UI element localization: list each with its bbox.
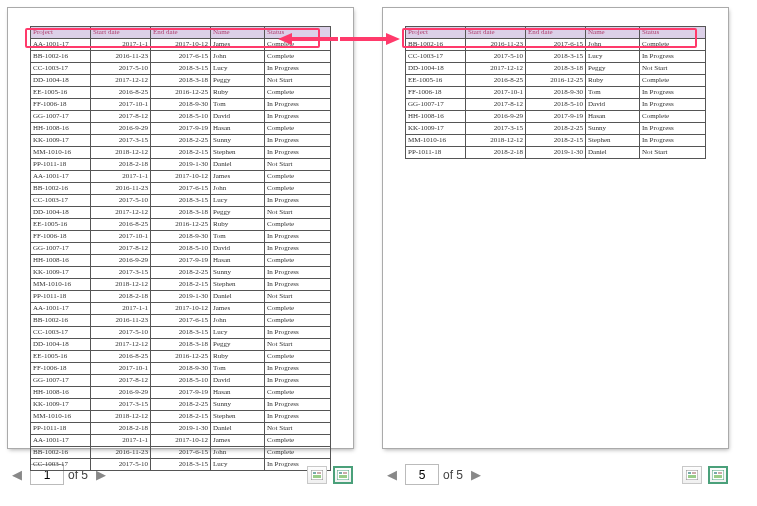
table-cell: John [211,183,265,195]
table-cell: Complete [265,435,331,447]
table-cell: DD-1004-18 [406,63,466,75]
table-cell: John [211,51,265,63]
view-mode-margins-icon[interactable] [708,466,728,484]
view-mode-normal-icon[interactable] [682,466,702,484]
table-row: HH-1008-162016-9-292017-9-19HasanComplet… [31,255,331,267]
table-cell: 2017-1-1 [91,435,151,447]
table-cell: FF-1006-18 [31,363,91,375]
table-header-cell: Name [586,27,640,39]
prev-page-button[interactable]: ◀ [383,467,401,482]
table-cell: In Progress [265,147,331,159]
data-table-right: ProjectStart dateEnd dateNameStatus BB-1… [405,26,706,159]
table-cell: 2017-12-12 [91,75,151,87]
table-cell: 2018-5-10 [526,99,586,111]
table-cell: 2018-3-15 [151,63,211,75]
table-cell: PP-1011-18 [31,291,91,303]
view-mode-margins-icon[interactable] [333,466,353,484]
pager-right: ◀ of 5 ▶ [383,464,728,485]
table-cell: 2017-3-15 [91,267,151,279]
table-cell: HH-1008-16 [31,255,91,267]
table-cell: 2018-3-15 [151,459,211,471]
table-row: PP-1011-182018-2-182019-1-30DanielNot St… [31,423,331,435]
table-cell: Lucy [211,327,265,339]
table-header-cell: End date [526,27,586,39]
table-row: GG-1007-172017-8-122018-5-10DavidIn Prog… [406,99,706,111]
table-cell: 2018-12-12 [91,147,151,159]
table-cell: In Progress [265,63,331,75]
table-cell: 2017-3-15 [91,399,151,411]
table-row: KK-1009-172017-3-152018-2-25SunnyIn Prog… [31,267,331,279]
table-cell: 2017-8-12 [91,375,151,387]
table-row: HH-1008-162016-9-292017-9-19HasanComplet… [31,387,331,399]
table-cell: John [211,447,265,459]
table-row: FF-1006-182017-10-12018-9-30TomIn Progre… [31,231,331,243]
table-cell: Complete [265,123,331,135]
table-cell: 2016-11-23 [91,315,151,327]
table-cell: Complete [265,219,331,231]
table-cell: Sunny [586,123,640,135]
table-cell: 2018-3-15 [526,51,586,63]
table-cell: EE-1005-16 [31,87,91,99]
table-row: KK-1009-172017-3-152018-2-25SunnyIn Prog… [31,135,331,147]
table-row: CC-1003-172017-5-102018-3-15LucyIn Progr… [31,327,331,339]
table-cell: 2016-9-29 [91,255,151,267]
table-header-cell: Project [31,27,91,39]
table-cell: 2018-12-12 [91,279,151,291]
table-cell: Ruby [211,219,265,231]
svg-rect-3 [313,475,321,478]
table-cell: Complete [265,183,331,195]
table-cell: In Progress [640,135,706,147]
table-cell: 2017-9-19 [526,111,586,123]
table-cell: MM-1010-16 [31,279,91,291]
prev-page-button[interactable]: ◀ [8,467,26,482]
table-cell: MM-1010-16 [31,147,91,159]
table-cell: 2018-2-15 [151,147,211,159]
table-row: FF-1006-182017-10-12018-9-30TomIn Progre… [406,87,706,99]
table-row: GG-1007-172017-8-122018-5-10DavidIn Prog… [31,375,331,387]
table-cell: 2017-10-12 [151,435,211,447]
table-cell: In Progress [640,87,706,99]
current-page-input[interactable] [405,464,439,485]
table-cell: KK-1009-17 [31,135,91,147]
table-cell: FF-1006-18 [31,231,91,243]
table-cell: In Progress [265,363,331,375]
table-cell: 2016-11-23 [91,183,151,195]
view-mode-normal-icon[interactable] [307,466,327,484]
table-cell: Complete [265,447,331,459]
table-cell: Stephen [211,279,265,291]
table-cell: In Progress [265,231,331,243]
table-cell: EE-1005-16 [31,351,91,363]
table-cell: CC-1003-17 [31,459,91,471]
svg-rect-11 [688,475,696,478]
table-cell: 2017-9-19 [151,255,211,267]
table-cell: AA-1001-17 [31,435,91,447]
next-page-button[interactable]: ▶ [467,467,485,482]
svg-rect-6 [343,472,347,474]
table-cell: 2017-5-10 [466,51,526,63]
table-cell: 2016-11-23 [91,447,151,459]
table-cell: CC-1003-17 [31,195,91,207]
table-cell: 2018-9-30 [151,363,211,375]
table-row: AA-1001-172017-1-12017-10-12JamesComplet… [31,435,331,447]
table-row: PP-1011-182018-2-182019-1-30DanielNot St… [31,159,331,171]
table-row: CC-1003-172017-5-102018-3-15LucyIn Progr… [31,63,331,75]
table-row: PP-1011-182018-2-182019-1-30DanielNot St… [31,291,331,303]
table-cell: James [211,39,265,51]
table-cell: Tom [211,231,265,243]
table-row: DD-1004-182017-12-122018-3-18PeggyNot St… [406,63,706,75]
print-preview-page-right: ProjectStart dateEnd dateNameStatus BB-1… [383,8,728,448]
table-row: GG-1007-172017-8-122018-5-10DavidIn Prog… [31,111,331,123]
table-cell: 2018-2-25 [151,135,211,147]
table-header-cell: Status [640,27,706,39]
table-cell: 2017-6-15 [151,447,211,459]
annotation-arrow-right-icon [340,30,400,48]
table-cell: 2016-12-25 [151,219,211,231]
table-cell: Not Start [640,147,706,159]
table-header-cell: Project [406,27,466,39]
table-cell: 2017-6-15 [526,39,586,51]
table-cell: 2018-5-10 [151,243,211,255]
table-cell: BB-1002-16 [31,447,91,459]
svg-rect-13 [714,472,717,474]
table-cell: 2018-12-12 [466,135,526,147]
table-row: BB-1002-162016-11-232017-6-15JohnComplet… [31,315,331,327]
